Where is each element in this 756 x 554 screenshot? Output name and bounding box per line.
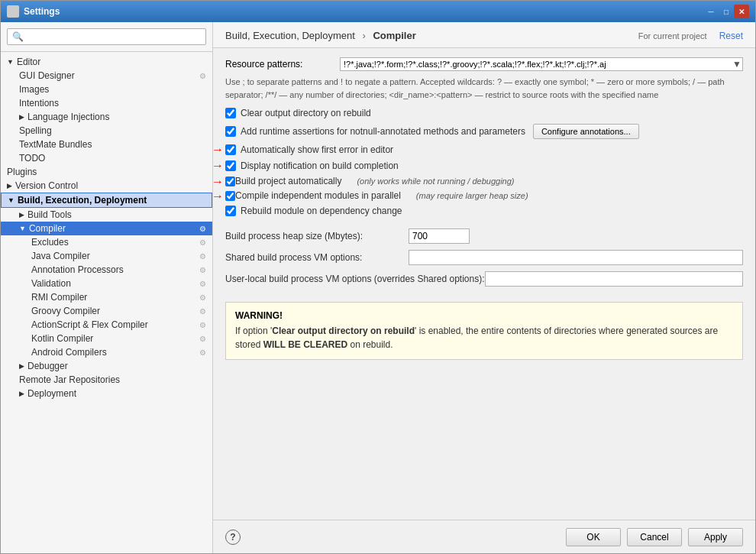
clear-output-row: Clear output directory on rebuild: [225, 107, 743, 119]
sidebar-item-editor[interactable]: ▼ Editor: [1, 55, 212, 69]
sidebar-item-language-injections[interactable]: ▶ Language Injections: [1, 110, 212, 124]
sidebar-item-android-compilers[interactable]: Android Compilers ⚙: [1, 345, 212, 359]
annotation-processors-label: Annotation Processors: [31, 264, 124, 275]
sidebar-item-validation[interactable]: Validation ⚙: [1, 277, 212, 290]
settings-icon: ⚙: [199, 225, 206, 233]
sidebar-item-gui-designer[interactable]: GUI Designer ⚙: [1, 69, 212, 83]
sidebar-item-compiler[interactable]: ▼ Compiler ⚙: [1, 222, 212, 235]
compile-parallel-checkbox[interactable]: [225, 191, 235, 201]
expand-arrow: ▼: [8, 196, 15, 204]
ok-button[interactable]: OK: [566, 528, 621, 546]
android-compilers-label: Android Compilers: [31, 347, 107, 358]
search-input[interactable]: [7, 28, 206, 45]
display-notification-label: Display notification on build completion: [241, 160, 399, 171]
images-label: Images: [19, 84, 49, 95]
sidebar-item-actionscript-flex[interactable]: ActionScript & Flex Compiler ⚙: [1, 318, 212, 332]
expand-arrow: ▶: [7, 182, 12, 190]
sidebar-item-images[interactable]: Images: [1, 83, 212, 96]
gear-icon: ⚙: [199, 238, 206, 247]
deployment-label: Deployment: [27, 388, 76, 399]
sidebar-item-version-control[interactable]: ▶ Version Control: [1, 179, 212, 193]
window-icon: [7, 5, 19, 18]
minimize-button[interactable]: ─: [703, 5, 719, 18]
build-tools-label: Build Tools: [27, 209, 72, 220]
display-notification-checkbox[interactable]: [225, 160, 236, 171]
sidebar-item-debugger[interactable]: ▶ Debugger: [1, 359, 212, 373]
close-button[interactable]: ✕: [734, 5, 749, 18]
shared-vm-label: Shared build process VM options:: [225, 252, 409, 263]
breadcrumb: Build, Execution, Deployment › Compiler: [225, 30, 416, 41]
red-arrow-3: →: [213, 175, 224, 189]
heap-size-label: Build process heap size (Mbytes):: [225, 231, 409, 241]
sidebar: ▼ Editor GUI Designer ⚙ Images Intention…: [1, 22, 213, 553]
add-assertions-checkbox[interactable]: [225, 126, 236, 137]
sidebar-item-java-compiler[interactable]: Java Compiler ⚙: [1, 249, 212, 263]
expand-button[interactable]: ▼: [732, 59, 741, 70]
red-arrow-2: →: [213, 159, 224, 173]
sidebar-item-deployment[interactable]: ▶ Deployment: [1, 387, 212, 400]
language-injections-label: Language Injections: [27, 112, 109, 122]
add-assertions-label: Add runtime assertions for notnull-annot…: [241, 126, 525, 137]
build-auto-label: Build project automatically: [235, 176, 341, 186]
shared-vm-input[interactable]: [409, 250, 743, 265]
rebuild-dependency-label: Rebuild module on dependency change: [241, 206, 402, 216]
sidebar-item-build-tools[interactable]: ▶ Build Tools: [1, 208, 212, 222]
sidebar-item-rmi-compiler[interactable]: RMI Compiler ⚙: [1, 290, 212, 304]
rebuild-dependency-checkbox[interactable]: [225, 206, 236, 216]
gear-icon: ⚙: [199, 72, 206, 80]
build-exec-deploy-label: Build, Execution, Deployment: [18, 195, 147, 206]
heap-size-input[interactable]: [409, 228, 470, 244]
resource-patterns-row: Resource patterns: ▼: [225, 57, 743, 71]
red-arrow-4: →: [213, 190, 224, 203]
compile-parallel-label: Compile independent modules in parallel: [235, 190, 401, 201]
sidebar-item-annotation-processors[interactable]: Annotation Processors ⚙: [1, 263, 212, 277]
warning-title: WARNING!: [235, 310, 733, 321]
sidebar-item-intentions[interactable]: Intentions: [1, 96, 212, 110]
excludes-label: Excludes: [31, 237, 69, 248]
cancel-button[interactable]: Cancel: [627, 528, 682, 546]
sidebar-item-remote-jar[interactable]: Remote Jar Repositories: [1, 373, 212, 387]
breadcrumb-part1: Build, Execution, Deployment: [225, 30, 355, 41]
resource-patterns-input[interactable]: [340, 57, 743, 71]
sidebar-item-textmate-bundles[interactable]: TextMate Bundles: [1, 138, 212, 151]
panel-header-right: For current project Reset: [638, 31, 743, 41]
todo-label: TODO: [19, 153, 45, 164]
apply-button[interactable]: Apply: [688, 528, 743, 546]
version-control-label: Version Control: [15, 180, 78, 191]
hint-text: Use ; to separate patterns and ! to nega…: [225, 76, 743, 101]
configure-annotations-button[interactable]: Configure annotations...: [533, 124, 639, 139]
debugger-label: Debugger: [27, 361, 68, 371]
sidebar-item-excludes[interactable]: Excludes ⚙: [1, 235, 212, 249]
spelling-label: Spelling: [19, 125, 52, 136]
for-project-label: For current project: [638, 31, 707, 40]
sidebar-item-kotlin-compiler[interactable]: Kotlin Compiler ⚙: [1, 332, 212, 345]
panel-header: Build, Execution, Deployment › Compiler …: [213, 22, 755, 48]
show-first-error-checkbox[interactable]: [225, 144, 236, 155]
compile-parallel-note: (may require larger heap size): [416, 191, 528, 200]
red-arrow-1: →: [213, 143, 224, 157]
warning-text: If option 'Clear output directory on reb…: [235, 324, 733, 352]
maximize-button[interactable]: □: [719, 5, 734, 18]
build-auto-checkbox[interactable]: [225, 177, 235, 186]
expand-arrow: ▼: [7, 58, 14, 66]
expand-arrow: ▶: [19, 362, 24, 370]
clear-output-checkbox[interactable]: [225, 108, 236, 118]
settings-window: Settings ─ □ ✕ ▼ Editor GUI Designer ⚙: [0, 0, 756, 554]
gui-designer-label: GUI Designer: [19, 70, 75, 81]
user-local-vm-input[interactable]: [485, 271, 744, 287]
show-first-error-row: → Automatically show first error in edit…: [225, 144, 743, 156]
gear-icon: ⚙: [199, 348, 206, 357]
groovy-compiler-label: Groovy Compiler: [31, 306, 100, 316]
reset-link[interactable]: Reset: [719, 31, 743, 41]
expand-arrow: ▶: [19, 113, 24, 121]
sidebar-item-todo[interactable]: TODO: [1, 151, 212, 165]
help-button[interactable]: ?: [225, 530, 241, 545]
sidebar-item-plugins[interactable]: Plugins: [1, 165, 212, 179]
textmate-bundles-label: TextMate Bundles: [19, 139, 92, 150]
warning-box: WARNING! If option 'Clear output directo…: [225, 302, 743, 360]
sidebar-item-build-exec-deploy[interactable]: ▼ Build, Execution, Deployment: [1, 193, 212, 208]
gear-icon: ⚙: [199, 280, 206, 288]
panel-body: Resource patterns: ▼ Use ; to separate p…: [213, 48, 755, 520]
sidebar-item-groovy-compiler[interactable]: Groovy Compiler ⚙: [1, 304, 212, 318]
sidebar-item-spelling[interactable]: Spelling: [1, 124, 212, 138]
